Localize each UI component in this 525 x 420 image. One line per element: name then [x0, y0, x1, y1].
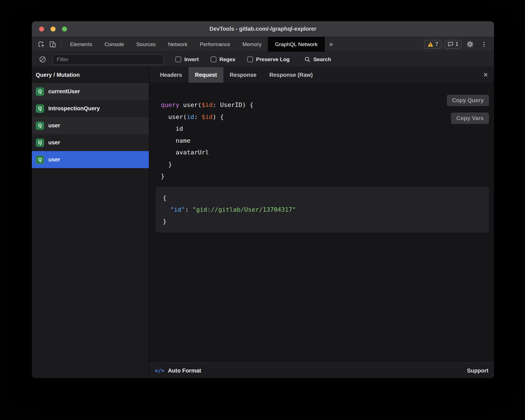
- close-detail-icon[interactable]: ×: [477, 71, 494, 79]
- query-type-badge: Q: [36, 87, 44, 96]
- titlebar: DevTools - gitlab.com/-/graphql-explorer: [32, 21, 494, 37]
- filter-toolbar: Invert Regex Preserve Log Search: [32, 52, 494, 67]
- minimize-window-button[interactable]: [51, 27, 56, 32]
- tabstrip-right: 7 1: [424, 39, 494, 50]
- query-list-item-user-3-selected[interactable]: Q user: [32, 151, 149, 168]
- query-list-panel: Query / Mutation Q currentUser Q Introsp…: [32, 67, 149, 378]
- tab-headers[interactable]: Headers: [154, 67, 188, 83]
- query-list-item-user-2[interactable]: Q user: [32, 134, 149, 151]
- devtools-tabstrip: Elements Console Sources Network Perform…: [32, 37, 494, 52]
- kebab-menu-icon: [481, 41, 487, 48]
- query-type-badge: Q: [36, 156, 44, 164]
- device-toolbar-button[interactable]: [47, 39, 58, 50]
- tab-response[interactable]: Response: [223, 67, 263, 83]
- graphql-query-code: query user($id: UserID) { user(id: $id) …: [161, 99, 253, 182]
- detail-panel: Headers Request Response Response (Raw) …: [149, 67, 494, 378]
- copy-vars-button[interactable]: Copy Vars: [451, 113, 489, 124]
- invert-checkbox[interactable]: Invert: [175, 56, 199, 63]
- preserve-log-checkbox-box[interactable]: [247, 56, 253, 62]
- support-link[interactable]: Support: [467, 367, 488, 374]
- tab-console[interactable]: Console: [98, 37, 130, 52]
- query-type-badge: Q: [36, 104, 44, 113]
- messages-badge[interactable]: 1: [444, 40, 462, 49]
- device-toolbar-icon: [49, 41, 56, 48]
- more-tabs-chevron-icon[interactable]: »: [325, 40, 337, 48]
- query-list-item-label: currentUser: [48, 88, 80, 95]
- query-variables-box: { "id": "gid://gitlab/User/13704317"}: [156, 187, 489, 233]
- detail-tabs: Headers Request Response Response (Raw) …: [149, 67, 494, 83]
- regex-checkbox-box[interactable]: [211, 56, 216, 62]
- query-list-item-label: user: [48, 156, 60, 163]
- tab-memory[interactable]: Memory: [236, 37, 268, 52]
- more-options-button[interactable]: [478, 39, 490, 50]
- query-list-header: Query / Mutation: [32, 67, 149, 83]
- search-label: Search: [313, 56, 331, 63]
- query-type-badge: Q: [36, 139, 44, 147]
- panel-tabs: Elements Console Sources Network Perform…: [64, 37, 325, 52]
- filter-input[interactable]: [52, 54, 164, 65]
- warning-count: 7: [435, 41, 438, 47]
- regex-label: Regex: [219, 56, 235, 63]
- main-split: Query / Mutation Q currentUser Q Introsp…: [32, 67, 494, 378]
- toolbar-separator: [61, 41, 61, 48]
- traffic-lights: [39, 21, 67, 37]
- search-icon: [304, 56, 311, 63]
- preserve-log-checkbox[interactable]: Preserve Log: [247, 56, 290, 63]
- close-window-button[interactable]: [39, 27, 44, 32]
- query-list-item-label: user: [48, 122, 60, 129]
- warnings-badge[interactable]: 7: [424, 40, 442, 49]
- tab-graphql-network[interactable]: GraphQL Network: [268, 37, 325, 52]
- tab-sources[interactable]: Sources: [130, 37, 162, 52]
- regex-checkbox[interactable]: Regex: [211, 56, 235, 63]
- zoom-window-button[interactable]: [62, 27, 67, 32]
- inspect-cursor-icon: [38, 41, 45, 48]
- auto-format-button[interactable]: Auto Format: [168, 367, 201, 374]
- query-list-item-label: user: [48, 139, 60, 146]
- clear-button[interactable]: [37, 54, 48, 65]
- query-list-item-user-1[interactable]: Q user: [32, 117, 149, 134]
- gear-icon: [466, 40, 474, 48]
- request-content: query user($id: UserID) { user(id: $id) …: [149, 83, 494, 363]
- invert-label: Invert: [184, 56, 199, 63]
- tab-request[interactable]: Request: [188, 67, 223, 83]
- query-list-item-label: IntrospectionQuery: [48, 105, 100, 112]
- query-list-item-introspectionquery[interactable]: Q IntrospectionQuery: [32, 100, 149, 117]
- inspect-element-button[interactable]: [36, 39, 47, 50]
- code-format-icon[interactable]: </>: [155, 367, 164, 374]
- detail-footer: </> Auto Format Support: [149, 363, 494, 378]
- tab-performance[interactable]: Performance: [194, 37, 236, 52]
- message-bubble-icon: [448, 42, 454, 47]
- query-list-item-currentuser[interactable]: Q currentUser: [32, 83, 149, 100]
- window-title: DevTools - gitlab.com/-/graphql-explorer: [209, 26, 316, 32]
- message-count: 1: [455, 41, 458, 47]
- devtools-window: DevTools - gitlab.com/-/graphql-explorer…: [32, 21, 494, 378]
- tab-response-raw[interactable]: Response (Raw): [263, 67, 319, 83]
- search-button[interactable]: Search: [304, 56, 331, 63]
- copy-buttons: Copy Query Copy Vars: [447, 95, 489, 124]
- tab-network[interactable]: Network: [162, 37, 194, 52]
- preserve-log-label: Preserve Log: [256, 56, 290, 63]
- query-type-badge: Q: [36, 121, 44, 130]
- invert-checkbox-box[interactable]: [175, 56, 181, 62]
- warning-icon: [428, 42, 433, 47]
- copy-query-button[interactable]: Copy Query: [447, 95, 489, 106]
- block-icon: [39, 56, 46, 63]
- settings-button[interactable]: [464, 39, 476, 50]
- tab-elements[interactable]: Elements: [64, 37, 98, 52]
